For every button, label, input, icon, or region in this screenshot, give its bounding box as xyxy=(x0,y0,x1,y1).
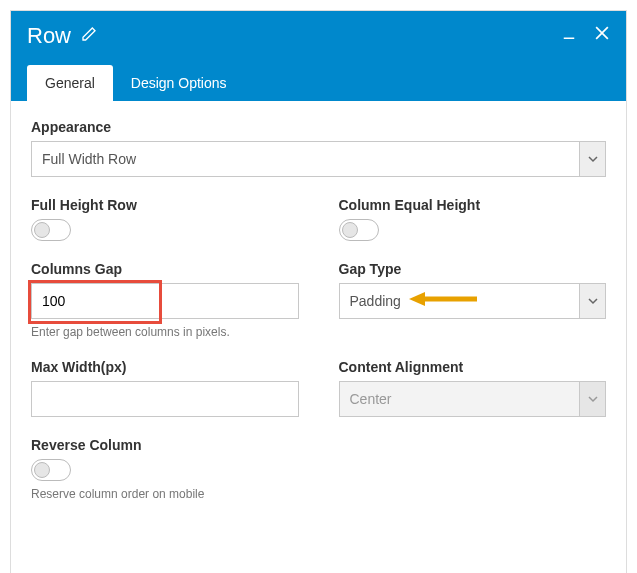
close-icon[interactable] xyxy=(592,23,612,43)
max-width-input[interactable] xyxy=(32,382,298,416)
reverse-column-helper: Reserve column order on mobile xyxy=(31,487,606,501)
gap-type-value: Padding xyxy=(340,284,580,318)
appearance-label: Appearance xyxy=(31,119,606,135)
tab-general[interactable]: General xyxy=(27,65,113,101)
content-alignment-value: Center xyxy=(340,382,580,416)
tab-design-options[interactable]: Design Options xyxy=(113,65,245,101)
panel-title: Row xyxy=(27,23,71,49)
tabs: General Design Options xyxy=(27,65,610,101)
equal-height-toggle[interactable] xyxy=(339,219,379,241)
columns-gap-helper: Enter gap between columns in pixels. xyxy=(31,325,299,339)
chevron-down-icon xyxy=(579,284,605,318)
minimize-icon[interactable] xyxy=(560,24,578,42)
appearance-value: Full Width Row xyxy=(32,142,579,176)
reverse-column-label: Reverse Column xyxy=(31,437,606,453)
reverse-column-toggle[interactable] xyxy=(31,459,71,481)
gap-type-label: Gap Type xyxy=(339,261,607,277)
content-alignment-select[interactable]: Center xyxy=(339,381,607,417)
row-settings-panel: Row General Design Options Appearance Fu… xyxy=(10,10,627,573)
equal-height-label: Column Equal Height xyxy=(339,197,607,213)
chevron-down-icon xyxy=(579,142,605,176)
full-height-label: Full Height Row xyxy=(31,197,299,213)
columns-gap-label: Columns Gap xyxy=(31,261,299,277)
columns-gap-field xyxy=(31,283,299,319)
content-alignment-label: Content Alignment xyxy=(339,359,607,375)
chevron-down-icon xyxy=(579,382,605,416)
pencil-icon[interactable] xyxy=(81,26,97,46)
max-width-field xyxy=(31,381,299,417)
gap-type-select[interactable]: Padding xyxy=(339,283,607,319)
panel-body: Appearance Full Width Row Full Height Ro… xyxy=(11,101,626,573)
max-width-label: Max Width(px) xyxy=(31,359,299,375)
panel-header: Row General Design Options xyxy=(11,11,626,101)
appearance-select[interactable]: Full Width Row xyxy=(31,141,606,177)
highlight-annotation xyxy=(30,282,160,322)
full-height-toggle[interactable] xyxy=(31,219,71,241)
